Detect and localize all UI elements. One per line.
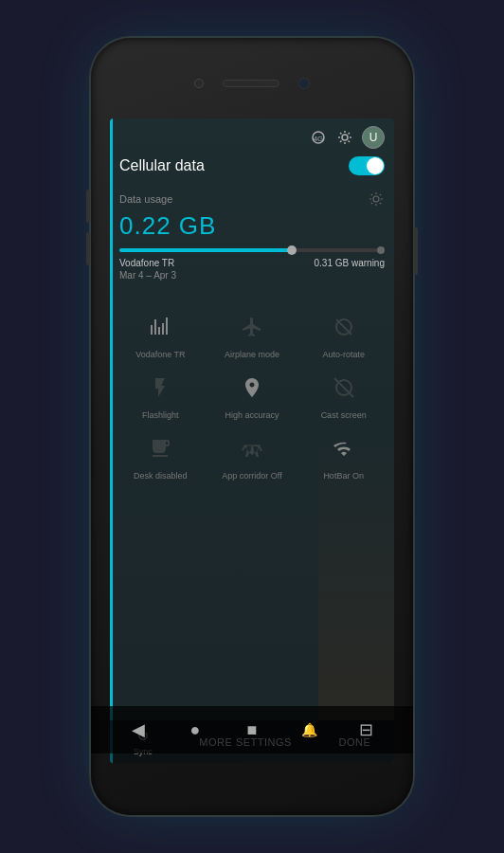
recents-button[interactable]: ■ xyxy=(238,716,266,744)
airplane-icon xyxy=(233,308,271,346)
qs-item-app-corridor[interactable]: App corridor Off xyxy=(214,429,290,481)
qs-label-airplane: Airplane mode xyxy=(225,350,279,359)
data-progress-track xyxy=(119,248,385,252)
power-button[interactable] xyxy=(414,227,418,275)
warning-label: 0.31 GB warning xyxy=(315,258,386,268)
nav-bar: ◀ ● ■ 🔔 ⊟ xyxy=(91,706,413,753)
qs-item-rotate[interactable]: Auto-rotate xyxy=(306,308,382,359)
location-icon xyxy=(233,369,271,407)
data-usage-amount: 0.22 GB xyxy=(119,211,385,241)
back-button[interactable]: ◀ xyxy=(124,716,153,744)
data-settings-icon[interactable] xyxy=(368,191,385,208)
signal-icon xyxy=(141,308,179,346)
date-row: Mar 4 – Apr 3 xyxy=(119,270,385,281)
qs-label-hotbar: HotBar On xyxy=(323,471,364,481)
qs-item-cast[interactable]: Cast screen xyxy=(306,369,382,420)
phone-frame: 4G U Cellular data xyxy=(91,38,413,815)
notify-button[interactable]: 🔔 xyxy=(295,716,323,744)
qs-item-vodafone[interactable]: Vodafone TR xyxy=(122,308,198,359)
qs-row-1: Vodafone TR Airplane mode xyxy=(115,308,389,359)
vol-down-button[interactable] xyxy=(86,232,90,265)
progress-end xyxy=(377,246,385,254)
front-camera xyxy=(298,78,310,89)
cellular-title: Cellular data xyxy=(119,157,205,174)
qs-row-2: Flashlight High accuracy xyxy=(115,369,389,420)
data-progress-fill xyxy=(119,248,292,252)
qs-label-cast: Cast screen xyxy=(321,410,367,420)
desk-icon xyxy=(141,429,179,467)
data-usage-label-row: Data usage xyxy=(119,191,385,208)
phone-screen: 4G U Cellular data xyxy=(110,118,394,763)
speaker xyxy=(223,80,279,87)
qs-label-vodafone: Vodafone TR xyxy=(135,350,185,359)
qs-item-location[interactable]: High accuracy xyxy=(214,369,290,420)
svg-text:4G: 4G xyxy=(314,135,324,143)
top-bar: 4G U xyxy=(309,126,385,149)
quick-settings-grid: Vodafone TR Airplane mode xyxy=(110,308,394,490)
qs-label-rotate: Auto-rotate xyxy=(322,350,365,359)
toggle-thumb xyxy=(367,157,384,174)
cellular-toggle[interactable] xyxy=(349,156,385,175)
qs-label-desk: Desk disabled xyxy=(134,471,188,481)
qs-row-3: Desk disabled App corridor Off xyxy=(115,429,389,481)
date-range: Mar 4 – Apr 3 xyxy=(119,270,176,281)
screen-content: 4G U Cellular data xyxy=(110,118,394,763)
qs-item-desk[interactable]: Desk disabled xyxy=(122,429,198,481)
data-info-row: Vodafone TR 0.31 GB warning xyxy=(119,258,385,268)
qs-item-hotbar[interactable]: HotBar On xyxy=(306,429,382,481)
camera-area xyxy=(91,64,413,102)
qs-item-flashlight[interactable]: Flashlight xyxy=(122,369,198,420)
data-usage-label: Data usage xyxy=(119,193,172,205)
rotate-icon xyxy=(325,308,363,346)
svg-point-2 xyxy=(342,135,348,140)
user-avatar[interactable]: U xyxy=(362,126,385,149)
hotspot-icon xyxy=(325,429,363,467)
info-button[interactable]: ⊟ xyxy=(351,716,380,744)
settings-gear-icon[interactable] xyxy=(335,128,354,147)
cellular-header: Cellular data xyxy=(119,156,385,175)
accessibility-icon xyxy=(233,429,271,467)
home-button[interactable]: ● xyxy=(181,716,209,744)
qs-label-flashlight: Flashlight xyxy=(142,410,179,420)
cast-icon xyxy=(325,369,363,407)
svg-point-3 xyxy=(373,196,379,202)
cellular-section: Cellular data Data usage 0.22 GB xyxy=(119,156,385,282)
qs-item-airplane[interactable]: Airplane mode xyxy=(214,308,290,359)
vol-up-button[interactable] xyxy=(86,190,90,223)
signal-settings-icon[interactable]: 4G xyxy=(309,128,328,147)
flashlight-icon xyxy=(141,369,179,407)
qs-label-app-corridor: App corridor Off xyxy=(222,471,281,481)
qs-label-location: High accuracy xyxy=(225,410,279,420)
camera-dot-left xyxy=(194,79,204,88)
progress-thumb[interactable] xyxy=(287,245,297,255)
carrier-label: Vodafone TR xyxy=(119,258,174,268)
